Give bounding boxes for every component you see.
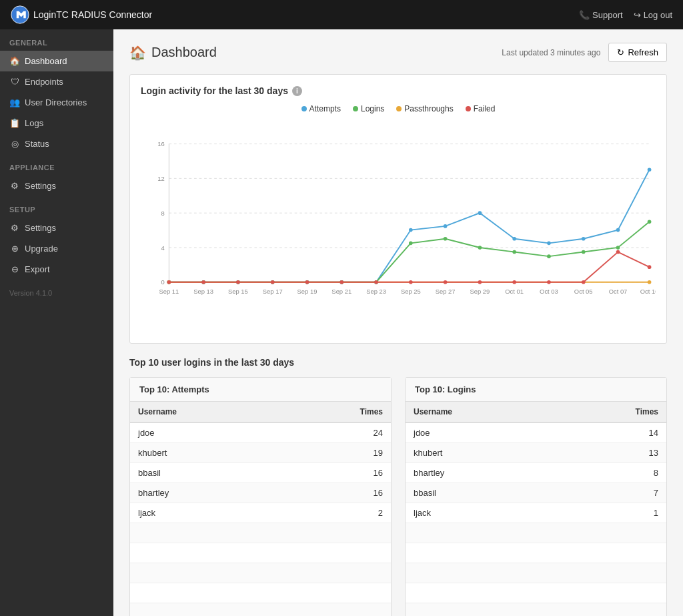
times-cell: 16 bbox=[282, 463, 391, 483]
svg-point-71 bbox=[582, 280, 586, 284]
navbar: LoginTC RADIUS Connector 📞 Support ↪ Log… bbox=[0, 0, 683, 29]
sidebar-item-settings-setup[interactable]: ⚙ Settings bbox=[0, 218, 113, 238]
svg-point-68 bbox=[478, 280, 482, 284]
logo-icon bbox=[11, 5, 29, 24]
svg-text:Sep 15: Sep 15 bbox=[228, 288, 248, 295]
version-label: Version 4.1.0 bbox=[0, 280, 113, 306]
svg-text:Sep 29: Sep 29 bbox=[470, 288, 490, 295]
chart-card-body: Login activity for the last 30 days i At… bbox=[130, 75, 666, 343]
svg-point-49 bbox=[409, 242, 413, 246]
svg-text:Sep 13: Sep 13 bbox=[193, 288, 213, 295]
phone-icon: 📞 bbox=[579, 10, 590, 20]
table-row bbox=[406, 583, 666, 603]
svg-text:8: 8 bbox=[161, 210, 165, 217]
attempts-table-card: Top 10: Attempts Username Times jdoe24kh… bbox=[129, 377, 392, 616]
table-row bbox=[406, 543, 666, 563]
table-row bbox=[130, 603, 391, 617]
times-cell: 8 bbox=[558, 463, 666, 483]
empty-username-cell bbox=[406, 583, 558, 603]
attempts-dot bbox=[301, 106, 307, 111]
logins-col-username: Username bbox=[406, 402, 558, 422]
svg-text:Oct 10: Oct 10 bbox=[640, 288, 656, 295]
username-cell: jdoe bbox=[130, 422, 282, 443]
table-row bbox=[130, 583, 391, 603]
dashboard-icon: 🏠 bbox=[129, 45, 146, 61]
chart-area: .grid-line { stroke: #ddd; stroke-width:… bbox=[141, 119, 656, 332]
table-row bbox=[130, 523, 391, 543]
table-row: jdoe14 bbox=[406, 422, 666, 443]
svg-point-38 bbox=[547, 242, 551, 246]
sidebar-item-status[interactable]: ◎ Status bbox=[0, 133, 113, 154]
svg-point-52 bbox=[512, 250, 516, 254]
svg-text:Oct 05: Oct 05 bbox=[574, 288, 593, 295]
tables-subtitle: Top 10 user logins in the last 30 days bbox=[129, 357, 667, 368]
sidebar: General 🏠 Dashboard 🛡 Endpoints 👥 User D… bbox=[0, 29, 113, 616]
username-cell: bbasil bbox=[406, 483, 558, 503]
empty-times-cell bbox=[282, 543, 391, 563]
svg-point-50 bbox=[444, 237, 448, 241]
table-row: khubert13 bbox=[406, 443, 666, 463]
tables-section: Top 10: Attempts Username Times jdoe24kh… bbox=[129, 377, 667, 616]
times-cell: 19 bbox=[282, 443, 391, 463]
svg-point-34 bbox=[409, 228, 413, 232]
svg-point-67 bbox=[444, 280, 448, 284]
brand: LoginTC RADIUS Connector bbox=[11, 5, 152, 24]
svg-point-60 bbox=[201, 280, 205, 284]
empty-times-cell bbox=[282, 523, 391, 543]
username-cell: khubert bbox=[130, 443, 282, 463]
empty-username-cell bbox=[130, 563, 282, 583]
legend-attempts: Attempts bbox=[301, 104, 341, 113]
empty-times-cell bbox=[558, 543, 666, 563]
attempts-col-username: Username bbox=[130, 402, 282, 422]
navbar-nav: 📞 Support ↪ Log out bbox=[579, 10, 672, 20]
sidebar-item-logs[interactable]: 📋 Logs bbox=[0, 113, 113, 133]
logs-icon: 📋 bbox=[9, 118, 20, 128]
svg-point-35 bbox=[444, 224, 448, 228]
empty-times-cell bbox=[282, 583, 391, 603]
svg-text:4: 4 bbox=[161, 244, 165, 252]
empty-username-cell bbox=[130, 603, 282, 617]
export-icon: ⊖ bbox=[9, 264, 20, 274]
support-link[interactable]: 📞 Support bbox=[579, 10, 623, 20]
page-header: 🏠 Dashboard Last updated 3 minutes ago ↻… bbox=[129, 43, 667, 62]
logout-link[interactable]: ↪ Log out bbox=[634, 10, 672, 20]
table-row bbox=[130, 563, 391, 583]
sidebar-item-dashboard[interactable]: 🏠 Dashboard bbox=[0, 51, 113, 71]
page-header-right: Last updated 3 minutes ago ↻ Refresh bbox=[502, 43, 667, 62]
username-cell: jdoe bbox=[406, 422, 558, 443]
svg-point-37 bbox=[512, 237, 516, 241]
shield-icon: 🛡 bbox=[9, 77, 20, 87]
sidebar-item-endpoints[interactable]: 🛡 Endpoints bbox=[0, 71, 113, 92]
table-row: jdoe24 bbox=[130, 422, 391, 443]
username-cell: bhartley bbox=[130, 483, 282, 503]
svg-text:Oct 03: Oct 03 bbox=[540, 288, 558, 295]
username-cell: khubert bbox=[406, 443, 558, 463]
svg-text:12: 12 bbox=[157, 175, 164, 182]
chart-title: Login activity for the last 30 days i bbox=[141, 85, 656, 96]
times-cell: 16 bbox=[282, 483, 391, 503]
svg-point-55 bbox=[616, 246, 620, 250]
username-cell: ljack bbox=[406, 503, 558, 523]
svg-point-53 bbox=[547, 254, 551, 258]
info-icon[interactable]: i bbox=[292, 86, 302, 96]
attempts-col-times: Times bbox=[282, 402, 391, 422]
svg-point-61 bbox=[236, 280, 240, 284]
empty-times-cell bbox=[558, 563, 666, 583]
status-icon: ◎ bbox=[9, 139, 20, 149]
times-cell: 2 bbox=[282, 503, 391, 523]
sidebar-item-upgrade[interactable]: ⊕ Upgrade bbox=[0, 238, 113, 259]
upgrade-icon: ⊕ bbox=[9, 244, 20, 254]
legend-logins: Logins bbox=[353, 104, 384, 113]
setup-section-label: Setup bbox=[0, 196, 113, 218]
refresh-button[interactable]: ↻ Refresh bbox=[608, 43, 667, 62]
home-icon: 🏠 bbox=[9, 56, 20, 66]
times-cell: 1 bbox=[558, 503, 666, 523]
sidebar-item-settings-appliance[interactable]: ⚙ Settings bbox=[0, 176, 113, 196]
times-cell: 13 bbox=[558, 443, 666, 463]
svg-point-69 bbox=[512, 280, 516, 284]
username-cell: ljack bbox=[130, 503, 282, 523]
empty-username-cell bbox=[130, 543, 282, 563]
empty-times-cell bbox=[282, 603, 391, 617]
sidebar-item-export[interactable]: ⊖ Export bbox=[0, 259, 113, 280]
sidebar-item-user-directories[interactable]: 👥 User Directories bbox=[0, 92, 113, 113]
